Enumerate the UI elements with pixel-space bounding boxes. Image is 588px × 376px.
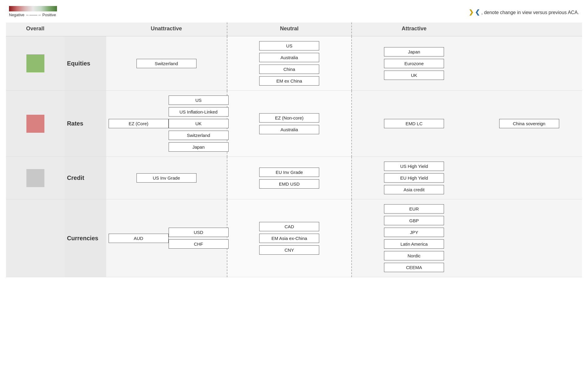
item-box: Switzerland [169,131,229,140]
item-box: CAD [259,222,319,231]
currencies-unattractive-wrapper: AUDUSDCHF [109,228,224,249]
header-unattractive: Unattractive [106,23,227,36]
currencies-label-cell: Currencies [64,199,106,277]
item-box: Latin America [384,239,444,249]
gradient-bar [9,6,57,11]
currencies-overall-cell [6,199,64,277]
row-currencies: CurrenciesAUDUSDCHFCADEM Asia ex-ChinaCN… [6,199,582,277]
main-table: Overall Unattractive Neutral Attractive … [6,23,582,277]
row-equities: EquitiesSwitzerlandUSAustraliaChinaEM ex… [6,36,582,91]
item-box: Japan [169,142,229,152]
item-box: Asia credit [384,185,444,194]
rates-extra-cell: China sovereign [476,91,582,157]
currencies-attractive-cell: EURGBPJPYLatin AmericaNordicCEEMA [352,199,476,277]
item-box: Australia [259,53,319,62]
rates-neutral-cell: EZ (Non-core)Australia [227,91,352,157]
item-box: Nordic [384,251,444,260]
rates-neutral-col: EZ (Non-core)Australia [230,113,349,134]
equities-label-cell: Equities [64,36,106,91]
chevron-left-icon: ❮ [475,9,480,15]
item-box: EM ex China [259,76,319,86]
credit-attractive-cell: US High YieldEU High YieldAsia credit [352,157,476,199]
aca-note-text: , denote change in view versus previous … [481,10,579,15]
equities-attractive-col: JapanEurozoneUK [354,47,474,80]
item-box: Australia [259,125,319,134]
header-attractive: Attractive [352,23,476,36]
equities-extra-cell [476,36,582,91]
credit-color-box [26,169,44,187]
item-box: AUD [109,234,169,243]
header-overall: Overall [6,23,64,36]
rates-attractive-cell: EMD LC [352,91,476,157]
credit-unattractive-col: US Inv Grade [109,173,224,183]
credit-overall-cell [6,157,64,199]
legend: Negative ←——→ Positive [9,6,57,17]
equities-unattractive-col: Switzerland [109,59,224,68]
item-box: China [259,65,319,74]
item-box: GBP [384,216,444,225]
rates-overall-cell [6,91,64,157]
rates-unattractive-main-col: USUS Inflation-LinkedUKSwitzerlandJapan [169,96,229,152]
currencies-neutral-cell: CADEM Asia ex-ChinaCNY [227,199,352,277]
rates-unattractive-cell: EZ (Core)USUS Inflation-LinkedUKSwitzerl… [106,91,227,157]
header-rowlabel [64,23,106,36]
equities-color-box [26,54,44,72]
credit-neutral-cell: EU Inv GradeEMD USD [227,157,352,199]
rates-unattractive-extra-col: EZ (Core) [109,119,169,128]
currencies-unattractive-cell: AUDUSDCHF [106,199,227,277]
item-box: US High Yield [384,162,444,171]
equities-neutral-cell: USAustraliaChinaEM ex China [227,36,352,91]
item-box: CHF [169,239,229,249]
row-rates: RatesEZ (Core)USUS Inflation-LinkedUKSwi… [6,91,582,157]
credit-label-cell: Credit [64,157,106,199]
equities-unattractive-cell: Switzerland [106,36,227,91]
equities-label: Equities [67,60,90,67]
rates-label: Rates [67,120,83,127]
credit-label: Credit [67,174,84,181]
item-box: US [259,41,319,50]
chevron-right-icon: ❯ [469,9,474,15]
legend-positive: Positive [42,13,56,17]
legend-gradient [9,6,57,11]
credit-neutral-col: EU Inv GradeEMD USD [230,168,349,189]
legend-arrow: ←——→ [26,13,41,17]
item-box: US [169,96,229,105]
credit-unattractive-cell: US Inv Grade [106,157,227,199]
item-box: EZ (Non-core) [259,113,319,123]
item-box: US Inv Grade [136,173,196,183]
item-box: US Inflation-Linked [169,107,229,117]
rates-color-box [26,115,44,133]
currencies-label: Currencies [67,235,98,241]
item-box: EMD USD [259,179,319,189]
rates-label-cell: Rates [64,91,106,157]
equities-attractive-cell: JapanEurozoneUK [352,36,476,91]
column-headers: Overall Unattractive Neutral Attractive [6,23,582,36]
currencies-unattractive-main-col: USDCHF [169,228,229,249]
item-box: Switzerland [136,59,196,68]
item-box: EMD LC [384,119,444,128]
legend-labels: Negative ←——→ Positive [9,13,56,17]
item-box: Eurozone [384,59,444,68]
currencies-extra-cell [476,199,582,277]
credit-extra-cell [476,157,582,199]
row-credit: CreditUS Inv GradeEU Inv GradeEMD USDUS … [6,157,582,199]
currencies-attractive-col: EURGBPJPYLatin AmericaNordicCEEMA [354,204,474,272]
item-box: UK [384,71,444,80]
rates-attractive-col: EMD LC [354,119,474,128]
header: Negative ←——→ Positive ❯ ❮ , denote chan… [6,6,582,17]
item-box: CNY [259,245,319,255]
rates-unattractive-wrapper: EZ (Core)USUS Inflation-LinkedUKSwitzerl… [109,96,224,152]
item-box: EM Asia ex-China [259,234,319,243]
header-extra [476,23,582,36]
item-box: Japan [384,47,444,56]
item-box: USD [169,228,229,237]
item-box: EU Inv Grade [259,168,319,177]
item-box: EUR [384,204,444,214]
header-neutral: Neutral [227,23,352,36]
item-box: UK [169,119,229,128]
currencies-neutral-col: CADEM Asia ex-ChinaCNY [230,222,349,255]
equities-overall-cell [6,36,64,91]
item-box: China sovereign [499,119,559,128]
aca-note: ❯ ❮ , denote change in view versus previ… [469,8,579,16]
legend-negative: Negative [9,13,24,17]
